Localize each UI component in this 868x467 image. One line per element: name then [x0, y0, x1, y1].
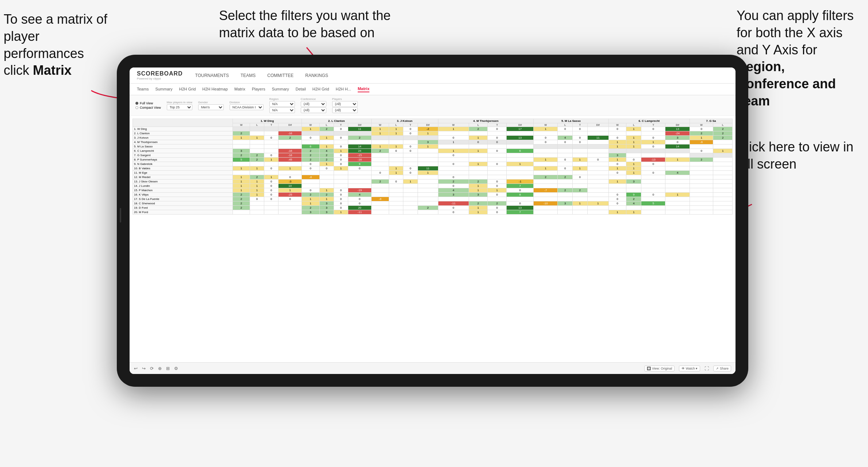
matrix-cell: 1	[713, 149, 733, 153]
annotation-bottom-right-text: Click here to view in full screen	[737, 139, 853, 171]
matrix-cell: 1	[534, 166, 558, 171]
full-view-radio	[135, 102, 138, 105]
undo-icon[interactable]: ↩	[134, 366, 138, 371]
matrix-cell	[250, 171, 264, 175]
matrix-cell: -2	[418, 127, 438, 131]
tab-matrix-active[interactable]: Matrix	[358, 86, 369, 92]
bottom-toolbar: ↩ ↪ ⟳ ⊕ ⊞ ⚙ 🔲 View: Original 👁 Watch ▾ ⛶…	[130, 362, 736, 374]
matrix-cell: 0	[488, 140, 507, 144]
matrix-cell	[641, 166, 665, 171]
share-btn[interactable]: ↗ Share	[713, 366, 731, 371]
matrix-cell: 0	[334, 206, 348, 210]
matrix-cell: -6	[302, 175, 319, 180]
fullscreen-icon[interactable]: ⛶	[704, 366, 709, 371]
view-original-btn[interactable]: 🔲 View: Original	[644, 366, 675, 371]
matrix-cell	[626, 184, 641, 188]
matrix-cell	[371, 166, 389, 171]
nav-tournaments[interactable]: TOURNAMENTS	[194, 73, 230, 78]
filter-region-y-select[interactable]: N/A	[269, 107, 295, 113]
filter-division-select[interactable]: NCAA Division I	[230, 104, 264, 110]
matrix-cell	[250, 201, 264, 206]
tab-teams[interactable]: Teams	[137, 87, 149, 92]
matrix-cell: 0	[334, 188, 348, 193]
matrix-cell: 11	[418, 166, 438, 171]
matrix-cell: 1	[302, 197, 319, 201]
matrix-cell	[507, 153, 534, 158]
player-name-cell: 8. P Summerhays	[133, 158, 233, 162]
full-view-option[interactable]: Full View	[135, 101, 161, 105]
tab-matrix[interactable]: Matrix	[234, 87, 245, 92]
col-header-2: 2. L Clanton	[302, 119, 372, 123]
filter-max-players-select[interactable]: Top 25	[167, 104, 192, 110]
filter-region-x-select[interactable]: N/A	[269, 101, 295, 107]
player-name-cell: 1. W Ding	[133, 127, 233, 131]
filter-conference-y-select[interactable]: (All)	[301, 107, 326, 113]
tab-h2h-grid-2[interactable]: H2H Grid	[312, 87, 329, 92]
matrix-cell: 1	[319, 136, 334, 140]
matrix-cell: 0	[403, 144, 418, 149]
matrix-cell: 2	[233, 197, 250, 201]
add-icon[interactable]: ⊕	[158, 366, 162, 371]
matrix-cell	[389, 188, 403, 193]
matrix-cell: 1	[319, 188, 334, 193]
matrix-cell	[389, 201, 403, 206]
matrix-cell: 1	[264, 175, 279, 180]
redo-icon[interactable]: ↪	[142, 366, 146, 371]
filter-players-x-select[interactable]: (All)	[332, 101, 358, 107]
tab-summary[interactable]: Summary	[155, 87, 172, 92]
matrix-cell: 2	[302, 206, 319, 210]
matrix-cell: 0	[608, 136, 626, 140]
tablet-button	[120, 208, 121, 223]
compact-view-option[interactable]: Compact View	[135, 106, 161, 109]
matrix-cell: 2	[469, 201, 488, 206]
matrix-cell: 0	[334, 197, 348, 201]
sh-t3: T	[403, 123, 418, 127]
matrix-cell: 2	[558, 175, 573, 180]
refresh-icon[interactable]: ⟳	[150, 366, 154, 371]
matrix-cell	[641, 184, 665, 188]
matrix-cell	[469, 153, 488, 158]
tab-h2h-grid[interactable]: H2H Grid	[179, 87, 196, 92]
tab-h2h-h[interactable]: H2H H...	[336, 87, 351, 92]
matrix-cell	[572, 131, 587, 136]
filter-conference-x-select[interactable]: (All)	[301, 101, 326, 107]
player-name-cell: 4. M Thorbjornsen	[133, 140, 233, 144]
nav-rankings[interactable]: RANKINGS	[304, 73, 330, 78]
nav-committee[interactable]: COMMITTEE	[266, 73, 295, 78]
nav-teams[interactable]: TEAMS	[239, 73, 257, 78]
player-name-cell: 19. D Ford	[133, 206, 233, 210]
matrix-cell	[233, 162, 250, 166]
matrix-cell	[264, 131, 279, 136]
matrix-cell: -6	[690, 140, 713, 144]
tab-detail[interactable]: Detail	[296, 87, 306, 92]
watch-btn[interactable]: 👁 Watch ▾	[679, 366, 700, 371]
matrix-cell	[279, 210, 302, 215]
matrix-cell	[403, 153, 418, 158]
matrix-cell	[572, 144, 587, 149]
matrix-cell: 1	[438, 127, 469, 131]
filter-players-y-select[interactable]: (All)	[332, 107, 358, 113]
matrix-cell: 13	[507, 206, 534, 210]
matrix-cell	[507, 158, 534, 162]
matrix-cell: 0	[608, 127, 626, 131]
grid-icon[interactable]: ⊞	[166, 366, 170, 371]
matrix-cell	[403, 201, 418, 206]
matrix-cell	[488, 153, 507, 158]
matrix-cell: 5	[641, 201, 665, 206]
matrix-cell: 1	[626, 210, 641, 215]
matrix-cell	[534, 193, 558, 197]
matrix-cell	[334, 131, 348, 136]
matrix-cell: 2	[302, 193, 319, 197]
matrix-cell	[389, 153, 403, 158]
matrix-cell: 3	[558, 201, 573, 206]
tab-players-summary[interactable]: Summary	[272, 87, 289, 92]
matrix-cell	[507, 144, 534, 149]
tab-h2h-heatmap[interactable]: H2H Heatmap	[202, 87, 228, 92]
tab-players[interactable]: Players	[252, 87, 265, 92]
matrix-cell: 0	[641, 136, 665, 140]
filter-gender-select[interactable]: Men's	[198, 104, 224, 110]
matrix-cell	[319, 175, 334, 180]
matrix-cell: 1	[250, 184, 264, 188]
matrix-cell	[371, 162, 389, 166]
settings-icon[interactable]: ⚙	[174, 366, 178, 371]
